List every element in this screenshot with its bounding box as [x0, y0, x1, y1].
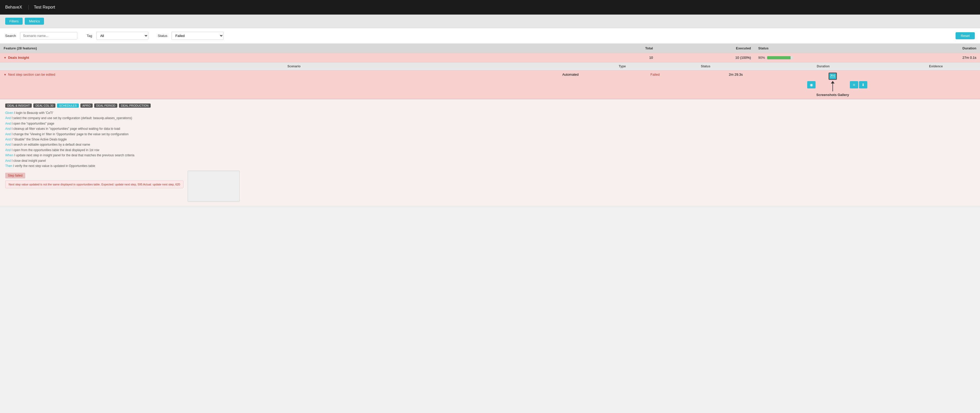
scenario-duration: 2m 29.3s	[725, 70, 803, 99]
reset-button[interactable]: Reset	[956, 32, 975, 39]
list-button[interactable]: ≡	[850, 81, 858, 89]
scenario-status: Failed	[647, 70, 725, 99]
step-line-6: And I "disable" the Show Active Deals to…	[5, 137, 975, 142]
step-line-11: Then I verify the next step value is upd…	[5, 163, 975, 168]
step-text-8: I open from the opportunities table the …	[12, 148, 99, 152]
filters-button[interactable]: Filters	[5, 18, 23, 25]
tag-label: Tag	[87, 34, 92, 38]
feature-status: 90%	[758, 56, 888, 60]
scenario-type: Automated	[559, 70, 647, 99]
evidence-buttons: ◉	[807, 73, 976, 97]
tag-deal-production: DEAL PRODUCTION	[119, 103, 150, 108]
download-icon: ⬇	[862, 83, 865, 87]
feature-executed: 10 (100%)	[657, 53, 755, 62]
step-detail-row: DEAL & INSIGHT DEAL COL 30 SCHEDULES APR…	[0, 99, 980, 206]
status-percentage: 90%	[758, 56, 765, 60]
step-text-3: I open the "opportunities" page	[12, 122, 54, 125]
step-keyword-given: Given	[5, 111, 13, 115]
search-label: Search	[5, 34, 16, 38]
step-text-4: I cleanup all filter values in "opportun…	[12, 127, 120, 130]
list-icon: ≡	[853, 83, 855, 87]
step-text-7: I search on editable opportunities by a …	[12, 143, 90, 146]
screenshot-gallery-button[interactable]	[829, 73, 837, 80]
scenario-subheader-row: Scenario Type Status Duration Evidence	[0, 62, 980, 70]
search-input[interactable]	[20, 32, 77, 40]
step-line-9: When I update next step in insight panel…	[5, 152, 975, 158]
step-detail-content: DEAL & INSIGHT DEAL COL 30 SCHEDULES APR…	[0, 99, 980, 206]
toolbar: Filters Metrics	[0, 14, 980, 28]
tooltip-arrow	[831, 81, 835, 91]
feature-name-text: Deals Insight	[8, 56, 29, 60]
brand-logo: BehaveX	[5, 5, 22, 10]
step-keyword-and-8: And	[5, 148, 11, 152]
step-text-11: I verify the next step value is updated …	[13, 164, 95, 168]
step-line-10: And I close deal insight panel	[5, 158, 975, 163]
step-tags: DEAL & INSIGHT DEAL COL 30 SCHEDULES APR…	[5, 103, 975, 108]
step-keyword-when: When	[5, 153, 13, 157]
step-line-1: Given I login to Beauvip with 'CeTi'	[5, 110, 975, 116]
chevron-icon: ▼	[4, 56, 6, 59]
table-row[interactable]: ▼ Next step section can be edited Automa…	[0, 70, 980, 99]
image-icon	[830, 74, 835, 78]
page-title: Test Report	[29, 5, 55, 10]
step-failed-badge: Step failed	[5, 173, 25, 178]
scenario-name: ▼ Next step section can be edited	[4, 73, 555, 76]
col-evidence-header: Evidence	[892, 62, 980, 70]
step-keyword-and-4: And	[5, 127, 11, 130]
scenario-chevron-icon: ▼	[4, 73, 6, 76]
col-duration-header: Duration	[892, 44, 980, 53]
tag-deal-insight: DEAL & INSIGHT	[5, 103, 32, 108]
main-table: Feature (28 features) Total Executed Sta…	[0, 44, 980, 206]
step-line-8: And I open from the opportunities table …	[5, 148, 975, 152]
step-line-4: And I cleanup all filter values in "oppo…	[5, 126, 975, 131]
progress-bar	[767, 56, 793, 59]
tag-select[interactable]: All	[96, 32, 148, 40]
step-line-5: And I change the 'Viewing in' filter in …	[5, 132, 975, 137]
feature-duration: 27m 0.1s	[892, 53, 980, 62]
screenshot-placeholder	[188, 171, 240, 202]
step-text-5: I change the 'Viewing in' filter in 'Opp…	[12, 132, 129, 136]
step-keyword-and-7: And	[5, 143, 11, 146]
col-scenario-header: Scenario	[0, 62, 588, 70]
arrow-line	[832, 84, 833, 91]
step-line-2: And I select the company and use set by …	[5, 116, 975, 121]
step-keyword-then: Then	[5, 164, 12, 168]
col-type-header: Type	[588, 62, 657, 70]
status-label: Status	[158, 34, 167, 38]
step-text-10: I close deal insight panel	[12, 159, 46, 162]
step-text-1: I login to Beauvip with 'CeTi'	[14, 111, 53, 115]
step-keyword-and-3: And	[5, 122, 11, 125]
col-total-header: Total	[588, 44, 657, 53]
progress-fill	[767, 56, 791, 59]
col-executed-header: Executed	[657, 44, 755, 53]
tag-schedules: SCHEDULES	[57, 103, 79, 108]
tag-deal-col30: DEAL COL 30	[33, 103, 56, 108]
col-status-header: Status	[755, 44, 892, 53]
step-text-2: I select the company and use set by conf…	[12, 116, 132, 120]
status-select[interactable]: Failed Passed All	[172, 32, 224, 40]
header: BehaveX Test Report	[0, 0, 980, 14]
tag-apro: APRO	[80, 103, 93, 108]
scenario-row[interactable]: ▼ Next step section can be edited Automa…	[0, 70, 980, 99]
search-bar: Search Tag All Status Failed Passed All …	[0, 28, 980, 44]
screenshot-tooltip-container: Screenshots Gallery	[816, 73, 849, 97]
step-text-9: I update next step in insight panel for …	[14, 153, 135, 157]
step-keyword-and-2: And	[5, 116, 11, 120]
step-error-message: Next step value updated is not the same …	[5, 181, 183, 188]
download-button[interactable]: ⬇	[859, 81, 867, 89]
step-keyword-and-6: And	[5, 138, 11, 141]
col-sduration-header: Duration	[755, 62, 892, 70]
step-keyword-and-5: And	[5, 132, 11, 136]
feature-total: 10	[588, 53, 657, 62]
feature-row[interactable]: ▼ Deals Insight 10 10 (100%) 90% 27m 0.1…	[0, 53, 980, 62]
step-line-7: And I search on editable opportunities b…	[5, 142, 975, 147]
col-sstatus-header: Status	[657, 62, 755, 70]
tooltip-label: Screenshots Gallery	[816, 93, 849, 97]
view-button[interactable]: ◉	[807, 81, 816, 89]
metrics-button[interactable]: Metrics	[25, 18, 44, 25]
step-keyword-and-10: And	[5, 159, 11, 162]
tag-deal-period: DEAL PERIOD	[94, 103, 118, 108]
col-feature-header: Feature (28 features)	[0, 44, 588, 53]
arrow-head-icon	[831, 81, 835, 84]
step-text-6: I "disable" the Show Active Deals toggle	[12, 138, 67, 141]
